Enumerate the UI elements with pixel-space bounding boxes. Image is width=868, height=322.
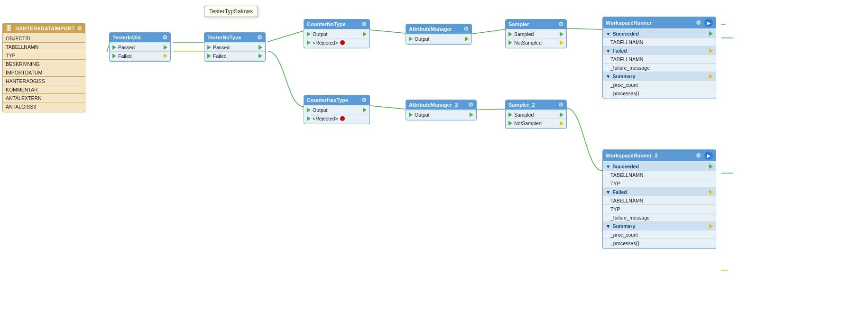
port-out-icon: [709, 190, 713, 194]
port-out-icon: [560, 32, 563, 37]
port-output: Output: [406, 110, 476, 119]
node-counter-no-type: CounterNoType ⚙ Output <Rejected>: [304, 19, 370, 48]
node-counter-no-type-body: Output <Rejected>: [304, 29, 369, 48]
node-attribute-manager-2: AttributeManager_2 ⚙ Output: [406, 100, 477, 120]
node-workspace-runner-3-body: ▼ Succeeded TABELLNAMN TYP ▼ Failed TABE…: [603, 161, 716, 248]
expand-icon: ▼: [606, 223, 610, 229]
port-arrow-icon: [207, 45, 211, 50]
list-item: TABELLNAMN: [603, 55, 716, 64]
port-out-icon: [709, 224, 713, 229]
expand-icon: ▼: [606, 74, 610, 79]
hantera-gear-icon[interactable]: ⚙: [77, 25, 82, 32]
node-tester-no-type: TesterNoType ⚙ Passed Failed: [204, 32, 266, 62]
workspace-runner-3-play-icon[interactable]: ▶: [704, 151, 713, 160]
svg-line-5: [365, 105, 406, 109]
port-sampled: Sampled: [506, 30, 566, 38]
port-out-icon: [164, 54, 167, 58]
node-sampler-2: Sampler_2 ⚙ Sampled NotSampled: [505, 100, 567, 129]
list-item: _failure_message: [603, 213, 716, 222]
list-item: _processes{}: [603, 239, 716, 248]
workspace-runner-3-gear-icon[interactable]: ⚙: [696, 152, 701, 159]
port-out-icon: [259, 45, 262, 50]
node-workspace-runner-3: WorkspaceRunner_3 ⚙ ▶ ▼ Succeeded TABELL…: [602, 149, 716, 249]
attribute-manager-gear-icon[interactable]: ⚙: [463, 26, 469, 32]
node-tester-is-old-body: Passed Failed: [110, 42, 170, 61]
tester-no-type-gear-icon[interactable]: ⚙: [257, 34, 262, 41]
list-item: ANTALEXTERN: [3, 94, 85, 102]
port-output: Output: [304, 30, 369, 38]
port-passed: Passed: [110, 43, 170, 52]
port-arrow-icon: [112, 45, 116, 50]
list-item: TABELLNAMN: [603, 196, 716, 205]
node-tester-is-old-title: TesterIsOld: [112, 35, 141, 40]
node-attribute-manager-2-title: AttributeManager_2: [409, 102, 458, 108]
port-out-icon: [164, 45, 167, 50]
node-tester-is-old-header: TesterIsOld ⚙: [110, 33, 170, 42]
port-failed: Failed: [110, 52, 170, 60]
list-item: TYP: [3, 51, 85, 60]
svg-line-4: [365, 29, 406, 33]
port-out-icon: [560, 112, 563, 117]
expand-icon: ▼: [606, 189, 610, 195]
sampler-2-gear-icon[interactable]: ⚙: [558, 101, 563, 108]
port-arrow-icon: [307, 40, 311, 45]
list-item: _processes{}: [603, 89, 716, 98]
sampler-gear-icon[interactable]: ⚙: [558, 21, 563, 28]
node-hantera-header: 🗄 HANTERADATAIMPORT ⚙: [3, 23, 85, 33]
port-out-icon: [709, 164, 713, 169]
port-arrow-icon: [508, 112, 512, 117]
svg-line-6: [470, 29, 505, 34]
port-out-icon: [259, 54, 262, 58]
node-workspace-runner-3-header: WorkspaceRunner_3 ⚙ ▶: [603, 150, 716, 161]
node-workspace-runner-3-title: WorkspaceRunner_3: [606, 153, 657, 158]
port-arrow-icon: [508, 32, 512, 37]
port-arrow-icon: [508, 121, 512, 126]
list-item: KOMMENTAR: [3, 85, 85, 94]
list-item: TYP: [603, 205, 716, 213]
node-workspace-runner-title: WorkspaceRunner: [606, 20, 652, 26]
workspace-runner-play-icon[interactable]: ▶: [704, 18, 713, 27]
port-arrow-icon: [508, 40, 512, 45]
section-succeeded: ▼ Succeeded: [603, 162, 716, 171]
db-icon: 🗄: [6, 25, 12, 32]
node-counter-has-type-body: Output <Rejected>: [304, 105, 369, 124]
list-item: TYP: [603, 179, 716, 188]
section-summary: ▼ Summary: [603, 72, 716, 81]
port-rejected: <Rejected>: [304, 38, 369, 47]
list-item: IMPORTDATUM: [3, 68, 85, 77]
node-sampler-body: Sampled NotSampled: [506, 29, 566, 48]
rejected-dot: [340, 40, 345, 45]
list-item: ANTALGISS3: [3, 102, 85, 111]
counter-no-type-gear-icon[interactable]: ⚙: [361, 21, 367, 28]
node-sampler-header: Sampler ⚙: [506, 19, 566, 29]
attribute-manager-2-gear-icon[interactable]: ⚙: [468, 101, 473, 108]
node-sampler: Sampler ⚙ Sampled NotSampled: [505, 19, 567, 48]
port-output: Output: [406, 35, 471, 43]
counter-has-type-gear-icon[interactable]: ⚙: [361, 97, 367, 103]
rejected-dot: [340, 116, 345, 121]
node-sampler-title: Sampler: [508, 21, 529, 27]
workspace-runner-gear-icon[interactable]: ⚙: [696, 19, 701, 26]
node-hantera: 🗄 HANTERADATAIMPORT ⚙ OBJECTID TABELLNAM…: [2, 23, 85, 112]
section-failed: ▼ Failed: [603, 188, 716, 196]
node-sampler-2-body: Sampled NotSampled: [506, 110, 566, 129]
node-sampler-2-header: Sampler_2 ⚙: [506, 100, 566, 110]
port-arrow-icon: [307, 116, 311, 121]
port-arrow-icon: [409, 112, 413, 117]
port-out-icon: [560, 40, 563, 45]
port-not-sampled: NotSampled: [506, 119, 566, 128]
list-item: BESKRIVNING: [3, 60, 85, 68]
port-out-icon: [363, 108, 367, 112]
node-counter-has-type-header: CounterHasType ⚙: [304, 95, 369, 105]
port-arrow-icon: [112, 54, 116, 58]
expand-icon: ▼: [606, 48, 610, 54]
node-attribute-manager: AttributeManager ⚙ Output: [406, 24, 472, 45]
port-out-icon: [465, 37, 469, 41]
node-hantera-body: OBJECTID TABELLNAMN TYP BESKRIVNING IMPO…: [3, 33, 85, 112]
tester-is-old-gear-icon[interactable]: ⚙: [162, 34, 167, 41]
node-tester-no-type-title: TesterNoType: [207, 35, 241, 40]
node-counter-has-type-title: CounterHasType: [307, 97, 348, 103]
node-tester-no-type-body: Passed Failed: [204, 42, 265, 61]
node-counter-no-type-header: CounterNoType ⚙: [304, 19, 369, 29]
node-tester-is-old: TesterIsOld ⚙ Passed Failed: [109, 32, 171, 62]
